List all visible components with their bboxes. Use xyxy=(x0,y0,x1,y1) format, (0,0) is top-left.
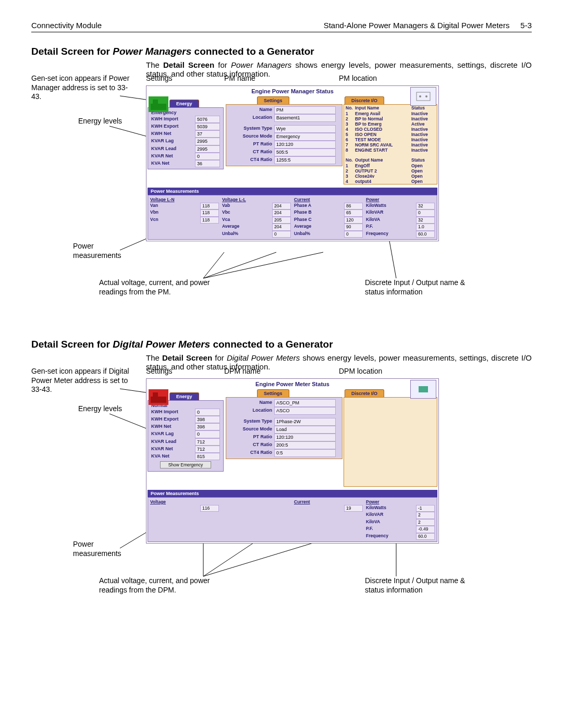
pm-column: PowerKiloWatts-1KiloVAR2KiloVA2P.F.-0.49… xyxy=(366,499,435,540)
pm-grid: Voltage L-NVan118Vbn118Vcn118Voltage L-L… xyxy=(148,195,437,240)
settings-row: PT Ratio120:120 xyxy=(228,434,340,441)
svg-rect-14 xyxy=(153,100,158,105)
settings-panel: NamePMLocationBasement1System TypeWyeSou… xyxy=(226,104,342,166)
input-row: 2BP to NormalInactive xyxy=(344,116,437,121)
energy-row: KWH Net398 xyxy=(150,423,221,430)
energy-row: KVAR Lag2995 xyxy=(150,138,221,145)
svg-point-12 xyxy=(425,95,427,97)
output-row: 4output4Open xyxy=(344,179,437,184)
svg-point-11 xyxy=(419,95,421,97)
energy-row: KVA Net815 xyxy=(150,453,221,460)
label-settings-2: Settings xyxy=(146,367,173,375)
settings-row: System TypeWye xyxy=(228,125,340,133)
tab-energy-2[interactable]: Energy xyxy=(169,392,199,400)
pm-column: Voltage L-NVan118Vbn118Vcn118 xyxy=(150,197,219,238)
discrete-panel: No.Input NameStatus1Emerg AvailInactive2… xyxy=(344,104,437,184)
app-title-2: Engine Power Meter Status xyxy=(146,379,438,388)
energy-row: KWH Export398 xyxy=(150,416,221,423)
label-pm-location: PM location xyxy=(339,74,377,82)
header-right: Stand-Alone Power Managers & Digital Pow… xyxy=(324,21,532,30)
output-row: 2OUTPUT 2Open xyxy=(344,168,437,174)
label-settings: Settings xyxy=(146,74,173,82)
input-row: 8ENGINE STARTInactive xyxy=(344,147,437,153)
energy-row: KVAR Net0 xyxy=(150,153,221,160)
header-left: Connectivity Module xyxy=(31,21,102,30)
pm-grid-2: Voltage116Current19PowerKiloWatts-1KiloV… xyxy=(148,497,437,542)
svg-rect-27 xyxy=(153,392,158,398)
pm-column: Voltage L-LVab204Vbc204Vca205Average204U… xyxy=(222,197,291,238)
pm-column xyxy=(222,499,291,540)
figure-2: Settings DPM name DPM location Gen-set i… xyxy=(31,378,532,613)
section-2-title: Detail Screen for Digital Power Meters c… xyxy=(31,339,532,350)
tab-settings-2[interactable]: Settings xyxy=(257,389,289,397)
input-row: 1Emerg AvailInactive xyxy=(344,111,437,116)
svg-rect-10 xyxy=(417,92,430,101)
input-row: 3BP to EmergActive xyxy=(344,121,437,127)
energy-row: KWH Import0 xyxy=(150,409,221,416)
settings-row: Source ModeLoad xyxy=(228,426,340,434)
input-row: 4ISO CLOSEDInactive xyxy=(344,127,437,132)
energy-row: KVAR Lag0 xyxy=(150,430,221,438)
energy-row: KVA Net36 xyxy=(150,160,221,167)
energy-panel-2: Normal KWH Import0KWH Export398KWH Net39… xyxy=(148,400,224,472)
settings-row: NameASCO_PM xyxy=(228,399,340,407)
svg-rect-25 xyxy=(419,386,428,392)
settings-row: CT4 Ratio1255:5 xyxy=(228,156,340,164)
discrete-panel-2 xyxy=(344,397,437,487)
section-1-title: Detail Screen for Power Managers connect… xyxy=(31,46,532,57)
svg-line-1 xyxy=(109,126,151,138)
logo-icon xyxy=(410,87,436,106)
settings-row: Source ModeEmergency xyxy=(228,133,340,141)
tab-discrete-2[interactable]: Discrete I/O xyxy=(345,389,384,397)
input-row: 6TEST MODEInactive xyxy=(344,137,437,142)
pm-bar: Power Measurements xyxy=(148,188,437,195)
input-row: 5ISO OPENInactive xyxy=(344,132,437,137)
energy-panel: Emergency KWH Import5076KWH Export5039KW… xyxy=(148,107,224,169)
pm-bar-2: Power Measurements xyxy=(148,490,437,497)
label-dpm-name: DPM name xyxy=(224,367,261,375)
genset-icon xyxy=(149,96,168,112)
pm-column: Current19 xyxy=(294,499,363,540)
figure-1: Settings PM name PM location Gen-set ico… xyxy=(31,85,532,325)
tab-settings[interactable]: Settings xyxy=(257,96,289,104)
output-row: 1EngOffOpen xyxy=(344,163,437,168)
page-header: Connectivity Module Stand-Alone Power Ma… xyxy=(31,21,532,32)
settings-row: System Type1Phase-2W xyxy=(228,418,340,426)
energy-row: KWH Export5039 xyxy=(150,123,221,130)
output-row: 3Close24vOpen xyxy=(344,174,437,179)
pm-detail-screen: Engine Power Manager Status Energy Emerg… xyxy=(146,85,439,241)
tab-discrete[interactable]: Discrete I/O xyxy=(345,96,384,104)
settings-row: PT Ratio120:120 xyxy=(228,141,340,149)
pm-column: PowerKiloWatts32KiloVAR0KiloVA32P.F.1.0F… xyxy=(366,197,435,238)
energy-row: KVAR Net712 xyxy=(150,446,221,453)
settings-row: CT4 Ratio0:5 xyxy=(228,449,340,457)
settings-row: LocationBasement1 xyxy=(228,114,340,122)
app-title: Engine Power Manager Status xyxy=(146,86,438,95)
svg-line-23 xyxy=(203,540,323,576)
svg-line-16 xyxy=(109,414,151,430)
label-pm-name: PM name xyxy=(224,74,255,82)
show-emergency-button[interactable]: Show Emergency xyxy=(160,461,211,468)
settings-row: LocationASCO xyxy=(228,407,340,415)
tab-energy[interactable]: Energy xyxy=(169,100,199,107)
pm-column: Voltage116 xyxy=(150,499,219,540)
settings-row: CT Ratio505:5 xyxy=(228,149,340,156)
energy-row: KWH Import5076 xyxy=(150,116,221,123)
energy-row: KWH Net37 xyxy=(150,130,221,138)
dpm-detail-screen: Engine Power Meter Status Energy Normal … xyxy=(146,378,439,544)
label-dpm-location: DPM location xyxy=(339,367,382,375)
svg-line-7 xyxy=(203,252,276,278)
energy-row: KVAR Lead712 xyxy=(150,438,221,446)
input-row: 7NORM SRC AVAILInactive xyxy=(344,142,437,147)
logo-icon xyxy=(410,380,436,399)
energy-row: KVAR Lead2995 xyxy=(150,145,221,153)
genset-icon xyxy=(149,389,168,405)
settings-row: NamePM xyxy=(228,106,340,114)
settings-panel-2: NameASCO_PMLocationASCOSystem Type1Phase… xyxy=(226,397,342,459)
pm-column: CurrentPhase A86Phase B65Phase C120Avera… xyxy=(294,197,363,238)
settings-row: CT Ratio200:5 xyxy=(228,441,340,449)
